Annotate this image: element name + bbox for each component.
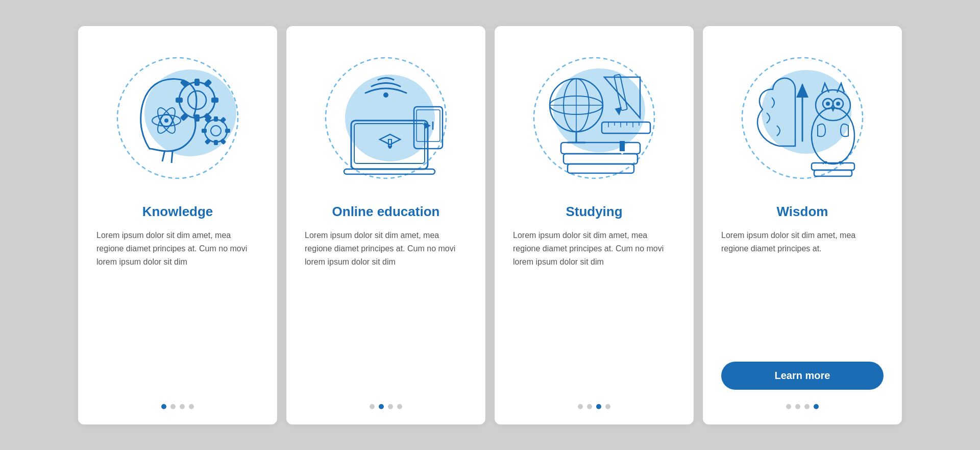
svg-rect-79 xyxy=(814,170,852,176)
online-education-title: Online education xyxy=(332,204,440,220)
svg-point-76 xyxy=(836,102,840,106)
studying-illustration xyxy=(523,46,666,190)
dot-1[interactable] xyxy=(786,404,791,409)
wisdom-illustration xyxy=(731,46,874,190)
studying-body: Lorem ipsum dolor sit dim amet, mea regi… xyxy=(513,229,675,390)
dot-3[interactable] xyxy=(804,404,810,409)
svg-rect-11 xyxy=(194,79,200,86)
online-education-body: Lorem ipsum dolor sit dim amet, mea regi… xyxy=(305,229,467,390)
online-education-illustration xyxy=(314,46,457,190)
cards-container: Knowledge Lorem ipsum dolor sit dim amet… xyxy=(58,6,922,445)
online-education-dots xyxy=(370,404,402,409)
svg-rect-13 xyxy=(211,98,218,103)
svg-rect-65 xyxy=(620,141,625,151)
dot-3[interactable] xyxy=(180,404,185,409)
card-studying: Studying Lorem ipsum dolor sit dim amet,… xyxy=(495,26,694,424)
card-knowledge: Knowledge Lorem ipsum dolor sit dim amet… xyxy=(78,26,277,424)
svg-rect-22 xyxy=(214,140,218,145)
dot-1[interactable] xyxy=(370,404,375,409)
svg-line-2 xyxy=(162,150,165,161)
wisdom-body: Lorem ipsum dolor sit dim amet, mea regi… xyxy=(721,229,884,351)
dot-2[interactable] xyxy=(379,404,384,409)
svg-point-38 xyxy=(388,146,391,149)
svg-point-75 xyxy=(826,102,830,106)
dot-2[interactable] xyxy=(587,404,592,409)
dot-4[interactable] xyxy=(397,404,402,409)
dot-4[interactable] xyxy=(189,404,194,409)
wisdom-title: Wisdom xyxy=(777,204,828,220)
learn-more-button[interactable]: Learn more xyxy=(721,362,884,390)
svg-rect-63 xyxy=(564,154,638,164)
knowledge-dots xyxy=(161,404,194,409)
knowledge-illustration xyxy=(106,46,249,190)
svg-line-3 xyxy=(172,151,173,163)
card-online-education: Online education Lorem ipsum dolor sit d… xyxy=(286,26,485,424)
svg-rect-12 xyxy=(194,114,200,122)
svg-point-31 xyxy=(383,92,388,98)
svg-rect-14 xyxy=(176,98,183,103)
dot-2[interactable] xyxy=(795,404,800,409)
svg-rect-64 xyxy=(568,164,634,173)
dot-4[interactable] xyxy=(814,404,819,409)
dot-1[interactable] xyxy=(161,404,166,409)
knowledge-body: Lorem ipsum dolor sit dim amet, mea regi… xyxy=(96,229,259,390)
knowledge-title: Knowledge xyxy=(142,204,213,220)
card-wisdom: Wisdom Lorem ipsum dolor sit dim amet, m… xyxy=(703,26,902,424)
wisdom-dots xyxy=(786,404,819,409)
svg-rect-21 xyxy=(214,116,218,122)
dot-3[interactable] xyxy=(596,404,601,409)
dot-1[interactable] xyxy=(578,404,583,409)
studying-title: Studying xyxy=(566,204,622,220)
studying-dots xyxy=(578,404,610,409)
svg-rect-24 xyxy=(202,129,207,133)
svg-rect-23 xyxy=(225,129,230,133)
dot-3[interactable] xyxy=(388,404,393,409)
dot-2[interactable] xyxy=(170,404,176,409)
svg-point-5 xyxy=(164,119,168,123)
dot-4[interactable] xyxy=(605,404,610,409)
